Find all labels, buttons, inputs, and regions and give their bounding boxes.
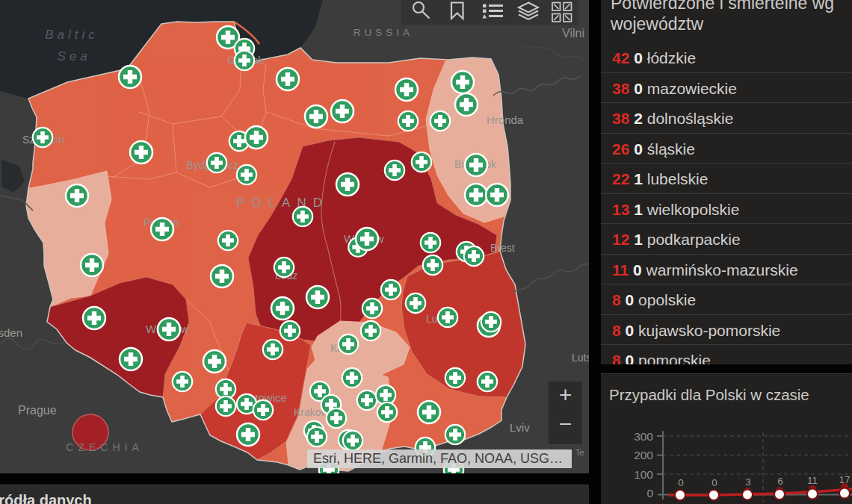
svg-text:200: 200 <box>634 449 653 461</box>
svg-text:POLAND: POLAND <box>236 196 329 210</box>
svg-text:RUSSIA: RUSSIA <box>354 27 413 38</box>
svg-text:100: 100 <box>634 468 653 481</box>
svg-text:3: 3 <box>745 476 751 488</box>
svg-text:Sea: Sea <box>57 49 90 63</box>
svg-text:0: 0 <box>711 477 717 488</box>
svg-text:0: 0 <box>646 487 653 500</box>
svg-text:Hronda: Hronda <box>487 113 524 126</box>
svg-text:Baltic: Baltic <box>45 28 99 42</box>
svg-text:Lviv: Lviv <box>510 421 530 434</box>
svg-text:CZECHIA: CZECHIA <box>66 441 143 453</box>
svg-text:17: 17 <box>839 474 850 485</box>
svg-text:Brest: Brest <box>490 242 515 254</box>
svg-text:11: 11 <box>807 475 818 486</box>
svg-text:Vilni: Vilni <box>562 27 584 40</box>
svg-text:300: 300 <box>634 430 653 443</box>
svg-text:0: 0 <box>678 477 684 488</box>
svg-text:Prague: Prague <box>18 404 57 417</box>
svg-text:Lutsk: Lutsk <box>572 352 589 364</box>
svg-text:Dresden: Dresden <box>0 326 22 339</box>
svg-text:6: 6 <box>777 476 783 487</box>
